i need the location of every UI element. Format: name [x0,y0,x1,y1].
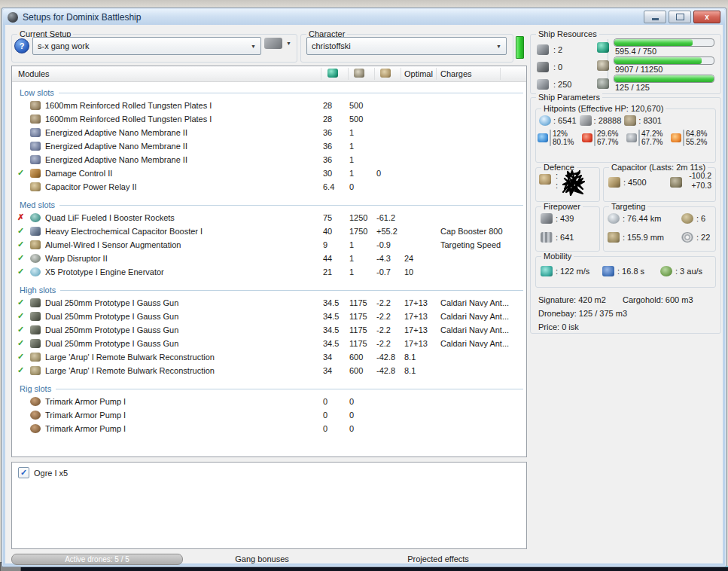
nano-membrane-icon [30,142,41,151]
cpu-value: 36 [323,142,332,151]
close-button[interactable]: x [693,11,720,23]
character-select[interactable]: christoffski ▼ [306,37,507,55]
module-row[interactable]: Trimark Armor Pump I00 [12,423,526,436]
module-row[interactable]: Energized Adaptive Nano Membrane II361 [12,127,526,140]
drone-row[interactable]: ✓Ogre I x5 [12,463,526,478]
module-name: 1600mm Reinforced Rolled Tungsten Plates… [45,115,212,124]
module-row[interactable]: Capacitor Power Relay II6.40 [12,181,526,194]
optimal-value: 8.1 [404,366,416,375]
module-row[interactable]: ✓Dual 250mm Prototype I Gauss Gun34.5117… [12,337,526,351]
module-row[interactable]: ✓Large 'Arup' I Remote Bulwark Reconstru… [12,365,526,378]
gauss-gun-icon [30,298,41,307]
module-row[interactable]: ✓Large 'Arup' I Remote Bulwark Reconstru… [12,351,526,365]
align-time: : 16.8 s [617,267,644,276]
section-title-text: Low slots [20,88,54,97]
hitpoints-group: Hitpoints (Effective HP: 120,670) : 6541… [535,108,716,163]
minimize-button[interactable] [644,11,666,23]
ship-parameters-label: Ship Parameters [536,93,602,102]
capacitor-value: -42.8 [376,366,395,375]
armor-plate-icon [30,101,41,110]
module-row[interactable]: ✓Alumel-Wired I Sensor Augmentation91-0.… [12,239,526,252]
cpu-value: 34.5 [323,312,339,321]
check-icon: ✓ [17,267,26,276]
charges-value: Caldari Navy Ant... [440,298,509,307]
section-rule [59,93,523,93]
cpu-value: 34.5 [323,325,339,334]
module-row[interactable]: ✓Heavy Electrochemical Capacitor Booster… [12,225,526,239]
armor-icon [580,115,592,126]
ship-resources-label: Ship Resources [536,29,599,38]
module-row[interactable]: Energized Adaptive Nano Membrane II361 [12,154,526,167]
signature-stat: Signature: 420 m2 [538,295,606,304]
module-row[interactable]: Energized Adaptive Nano Membrane II361 [12,140,526,154]
resource-bar [614,75,714,83]
powergrid-value: 500 [349,101,363,110]
module-row[interactable]: ✓Dual 250mm Prototype I Gauss Gun34.5117… [12,297,526,310]
module-name: Large 'Arup' I Remote Bulwark Reconstruc… [45,366,215,375]
modules-header: Modules Optimal Charges [12,66,526,82]
capacitor-value: -2.2 [376,298,391,307]
powergrid-value: 1 [349,169,354,178]
module-name: Trimark Armor Pump I [45,397,126,406]
resist-values: 47.2%67.7% [641,130,663,146]
cpu-value: 21 [323,267,332,276]
check-icon: ✓ [17,240,26,249]
nano-membrane-icon [30,155,41,164]
powergrid-value: 1250 [349,213,367,222]
scan-resolution-icon [608,232,620,243]
powergrid-value: 1 [349,128,354,137]
cpu-value: 6.4 [323,182,334,191]
module-row[interactable]: ✓Warp Disruptor II441-4.324 [12,252,526,266]
armor-repair-icon [539,174,551,185]
sensor-strength-icon [681,232,693,243]
turret-damage-icon [541,213,553,224]
modules-list: Low slots1600mm Reinforced Rolled Tungst… [12,86,526,436]
active-drones-text: Active drones: 5 / 5 [65,555,129,563]
powergrid-value: 1 [349,240,354,249]
module-row[interactable]: 1600mm Reinforced Rolled Tungsten Plates… [12,99,526,113]
section-title: Rig slots [12,382,526,395]
module-row[interactable]: ✓Damage Control II3010 [12,167,526,181]
module-row[interactable]: Trimark Armor Pump I00 [12,395,526,409]
module-name: Dual 250mm Prototype I Gauss Gun [45,298,178,307]
module-row[interactable]: ✓X5 Prototype I Engine Enervator211-0.71… [12,266,526,279]
cpu-value: 28 [323,115,332,124]
module-row[interactable]: 1600mm Reinforced Rolled Tungsten Plates… [12,113,526,127]
help-icon[interactable]: ? [14,38,29,53]
cpu-value: 34 [323,366,332,375]
section-rule [60,290,523,291]
module-name: Energized Adaptive Nano Membrane II [45,142,187,151]
chevron-down-icon: ▼ [286,41,291,46]
drone-checkbox[interactable]: ✓ [18,467,29,478]
module-row[interactable]: ✓Dual 250mm Prototype I Gauss Gun34.5117… [12,310,526,324]
warp-speed: : 3 au/s [675,267,702,276]
resist-cell: 47.2%67.7% [626,130,671,146]
maximize-button[interactable] [669,11,691,23]
powergrid-icon [597,60,609,71]
module-row[interactable]: ✗Quad LiF Fueled I Booster Rockets751250… [12,212,526,225]
powergrid-value: 1750 [349,227,367,236]
section-rule [56,389,523,389]
cpu-icon [327,69,338,78]
ship-menu-button[interactable]: ▼ [264,38,291,49]
powergrid-value: 1 [349,267,354,276]
titlebar[interactable]: Setups for Dominix Battleship x [3,9,725,25]
cpu-value: 28 [323,101,332,110]
launcher-hardpoints-icon [537,62,549,72]
module-row[interactable]: ✓Dual 250mm Prototype I Gauss Gun34.5117… [12,324,526,337]
setup-select[interactable]: s-x gang work ▼ [32,37,261,55]
character-select-value: christoffski [312,41,351,50]
resource-slot-value: : 2 [553,45,562,54]
resist-cell: 12%80.1% [538,130,582,146]
projected-effects-label: Projected effects [407,554,469,563]
resource-bar-row: 595.4 / 750 [614,38,714,56]
powergrid-value: 600 [349,366,363,375]
modules-panel: Modules Optimal Charges Low slots1600mm … [11,66,527,457]
powergrid-value: 1 [349,142,354,151]
module-row[interactable]: Trimark Armor Pump I00 [12,409,526,423]
price-stat: Price: 0 isk [538,322,579,331]
capacitor-value: -2.2 [376,325,391,334]
optimal-value: 17+13 [404,298,428,307]
close-icon: x [705,14,709,21]
speed-icon [541,266,553,276]
